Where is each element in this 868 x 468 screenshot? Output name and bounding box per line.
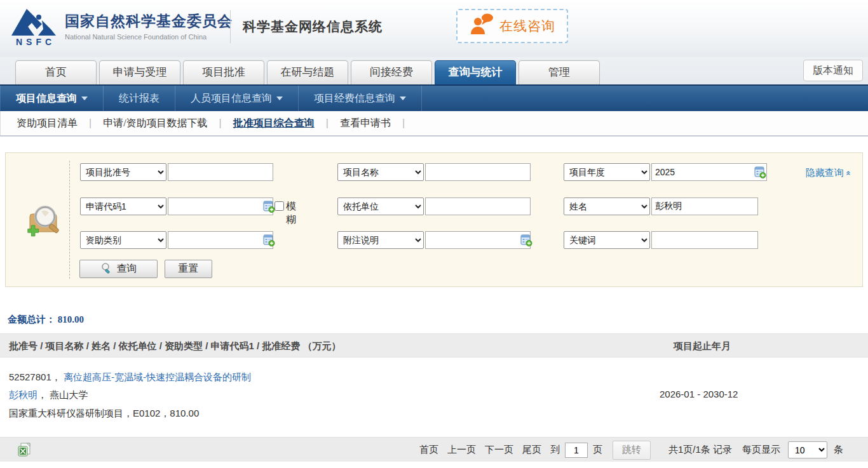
hide-query-link[interactable]: 隐藏查询 « [806, 167, 851, 179]
year-picker-icon[interactable] [754, 166, 766, 181]
results-header-period: 项目起止年月 [674, 340, 731, 352]
footer-bar: 首页 上一页 下一页 尾页 到 页 跳转 共1页/1条 记录 每页显示 10 条 [0, 437, 868, 462]
subnav-project-info-query[interactable]: 项目信息查询 [0, 86, 104, 111]
tab-manage[interactable]: 管理 [519, 60, 600, 84]
amount-total: 金额总计： 810.00 [8, 314, 84, 326]
thirdnav-approved-query[interactable]: 批准项目综合查询 [231, 117, 317, 130]
approval-no-select[interactable]: 项目批准号 [80, 163, 166, 181]
page-first-link[interactable]: 首页 [419, 444, 438, 456]
row-period: 2026-01 - 2030-12 [660, 389, 738, 399]
magnifier-icon [100, 262, 112, 276]
excel-export-icon[interactable] [17, 442, 32, 461]
subnav-label: 统计报表 [119, 92, 159, 105]
goto-label: 到 [550, 444, 560, 456]
fuzzy-label: 模糊 [286, 200, 296, 227]
unit-label: 条 [834, 444, 843, 456]
subnav-label: 项目经费信息查询 [314, 92, 395, 105]
separator: | [326, 117, 329, 129]
apply-code1-picker-icon[interactable] [263, 201, 275, 215]
per-page-select[interactable]: 10 [788, 441, 827, 458]
chevron-down-icon [276, 97, 283, 100]
tab-approval[interactable]: 项目批准 [183, 60, 264, 84]
row-institution: ， 燕山大学 [37, 389, 88, 400]
tab-research[interactable]: 在研与结题 [267, 60, 348, 84]
thirdnav-funded-list[interactable]: 资助项目清单 [14, 117, 80, 130]
org-name-block: 国家自然科学基金委员会 National Natural Science Fou… [65, 11, 233, 41]
note-input[interactable] [425, 231, 531, 249]
institution-input[interactable] [425, 197, 531, 215]
tab-indirect-funds[interactable]: 间接经费 [351, 60, 432, 84]
field-apply-code1: 申请代码1 模糊 [80, 197, 166, 215]
row-project-title-link[interactable]: 离位超高压-宽温域-快速控温耦合设备的研制 [64, 371, 251, 382]
fund-category-picker-icon[interactable] [263, 234, 275, 249]
field-project-year: 项目年度 [564, 163, 650, 181]
keyword-input[interactable] [651, 231, 758, 249]
keyword-select[interactable]: 关键词 [564, 231, 650, 249]
person-name-input[interactable] [651, 197, 758, 215]
pagination: 首页 上一页 下一页 尾页 到 页 跳转 共1页/1条 记录 每页显示 10 条 [419, 438, 843, 462]
apply-code1-select[interactable]: 申请代码1 [80, 197, 166, 215]
chevron-down-icon [400, 97, 406, 100]
nsfc-logo-icon: NSFC [9, 8, 60, 50]
tab-apply[interactable]: 申请与受理 [99, 60, 180, 84]
subnav-person-project-query[interactable]: 人员项目信息查询 [175, 86, 299, 111]
row-person-link[interactable]: 彭秋明 [9, 389, 37, 400]
amount-total-value: 810.00 [58, 314, 84, 324]
field-note: 附注说明 [337, 231, 424, 249]
page-unit-label: 页 [593, 444, 602, 456]
person-name-select[interactable]: 姓名 [564, 197, 650, 215]
header: NSFC 国家自然科学基金委员会 National Natural Scienc… [0, 0, 868, 57]
apply-code1-input[interactable] [168, 197, 273, 215]
amount-total-label: 金额总计： [8, 314, 55, 324]
jump-button[interactable]: 跳转 [613, 441, 651, 460]
page-prev-link[interactable]: 上一页 [447, 444, 476, 456]
fund-category-select[interactable]: 资助类别 [80, 231, 166, 249]
institution-select[interactable]: 依托单位 [337, 197, 424, 215]
tab-query-stats[interactable]: 查询与统计 [435, 60, 516, 84]
field-person-name: 姓名 [564, 197, 650, 215]
chevron-down-icon [81, 97, 88, 100]
header-divider [230, 10, 231, 43]
online-consult-button[interactable]: 在线咨询 [456, 9, 568, 43]
nsfc-app: NSFC 国家自然科学基金委员会 National Natural Scienc… [0, 0, 868, 468]
page-number-input[interactable] [565, 443, 588, 458]
separator: | [402, 117, 405, 129]
main-tabbar: 首页 申请与受理 项目批准 在研与结题 间接经费 查询与统计 管理 版本通知 [0, 57, 868, 84]
results-header-columns: 批准号 / 项目名称 / 姓名 / 依托单位 / 资助类型 / 申请代码1 / … [9, 340, 341, 352]
query-button-label: 查询 [117, 262, 137, 276]
search-panel: 项目批准号 项目名称 项目年度 隐藏查询 « [5, 152, 863, 287]
main-tabs: 首页 申请与受理 项目批准 在研与结题 间接经费 查询与统计 管理 [15, 60, 600, 84]
reset-button-label: 重置 [179, 262, 199, 276]
panel-divider [69, 161, 70, 279]
project-year-select[interactable]: 项目年度 [564, 163, 650, 181]
page-last-link[interactable]: 尾页 [522, 444, 541, 456]
field-institution: 依托单位 [337, 197, 424, 215]
tab-home[interactable]: 首页 [15, 60, 97, 84]
approval-no-input[interactable] [168, 163, 273, 181]
system-title: 科学基金网络信息系统 [243, 18, 383, 36]
hide-query-label: 隐藏查询 [806, 168, 844, 178]
project-name-select[interactable]: 项目名称 [337, 163, 424, 181]
org-name-en: National Natural Science Foundation of C… [65, 33, 233, 41]
secondary-nav: 项目信息查询 统计报表 人员项目信息查询 项目经费信息查询 [0, 84, 868, 111]
query-button[interactable]: 查询 [79, 260, 158, 278]
fuzzy-checkbox[interactable] [275, 201, 284, 211]
project-name-input[interactable] [425, 163, 531, 181]
project-year-input[interactable] [651, 163, 767, 181]
collapse-icon: « [843, 171, 854, 176]
thirdnav-view-application[interactable]: 查看申请书 [337, 117, 393, 130]
thirdnav-data-download[interactable]: 申请/资助项目数据下载 [100, 117, 210, 130]
version-notice-button[interactable]: 版本通知 [803, 60, 863, 81]
note-select[interactable]: 附注说明 [337, 231, 424, 249]
subnav-stat-report[interactable]: 统计报表 [104, 86, 175, 111]
subnav-project-funds-query[interactable]: 项目经费信息查询 [299, 86, 422, 111]
fund-category-input[interactable] [168, 231, 273, 249]
field-fund-category: 资助类别 [80, 231, 166, 249]
page-next-link[interactable]: 下一页 [485, 444, 513, 456]
field-keyword: 关键词 [564, 231, 650, 249]
note-picker-icon[interactable] [520, 234, 532, 249]
field-approval-no: 项目批准号 [80, 163, 166, 181]
search-plus-icon [25, 203, 64, 243]
reset-button[interactable]: 重置 [165, 260, 212, 278]
separator: | [219, 117, 222, 129]
